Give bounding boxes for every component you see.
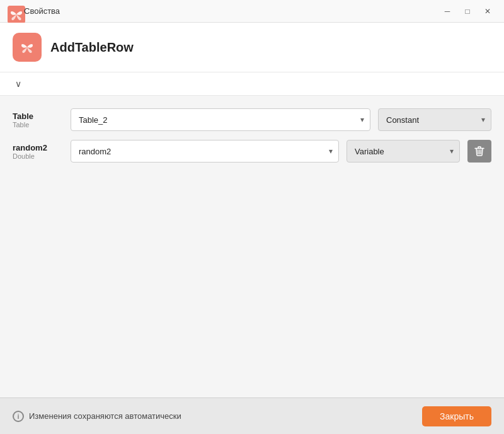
prop-type-0: Table bbox=[13, 121, 63, 128]
close-button[interactable]: Закрыть bbox=[422, 406, 491, 426]
app-header: AddTableRow bbox=[0, 23, 504, 72]
info-icon: i bbox=[13, 411, 24, 422]
minimize-button[interactable]: ─ bbox=[438, 4, 456, 18]
title-bar-controls: ─ □ ✕ bbox=[438, 4, 496, 18]
collapse-area: ∨ bbox=[0, 72, 504, 96]
app-title: AddTableRow bbox=[50, 40, 134, 55]
main-content: TableTableTable_2Table_1Table_3▾Constant… bbox=[0, 96, 504, 397]
value-select-wrapper-0: Table_2Table_1Table_3▾ bbox=[71, 108, 370, 131]
value-select-1[interactable]: random2random1random3 bbox=[71, 140, 339, 163]
maximize-button[interactable]: □ bbox=[459, 4, 476, 18]
prop-name-0: Table bbox=[13, 111, 63, 121]
type-select-wrapper-0: ConstantVariableExpression▾ bbox=[378, 108, 491, 131]
titlebar-logo bbox=[8, 6, 19, 17]
type-select-1[interactable]: VariableConstantExpression bbox=[346, 140, 460, 163]
footer-info-text: Изменения сохраняются автоматически bbox=[29, 411, 181, 421]
type-select-wrapper-1: VariableConstantExpression▾ bbox=[346, 140, 460, 163]
value-select-wrapper-1: random2random1random3▾ bbox=[71, 140, 339, 163]
close-window-button[interactable]: ✕ bbox=[479, 4, 496, 18]
value-select-0[interactable]: Table_2Table_1Table_3 bbox=[71, 108, 370, 131]
prop-name-1: random2 bbox=[13, 143, 63, 152]
type-select-0[interactable]: ConstantVariableExpression bbox=[378, 108, 491, 131]
footer-info: i Изменения сохраняются автоматически bbox=[13, 411, 181, 422]
app-logo bbox=[13, 33, 42, 62]
title-bar-text: Свойства bbox=[24, 6, 438, 16]
title-bar: Свойства ─ □ ✕ bbox=[0, 0, 504, 23]
prop-type-1: Double bbox=[13, 152, 63, 160]
footer: i Изменения сохраняются автоматически За… bbox=[0, 397, 504, 434]
collapse-button[interactable]: ∨ bbox=[13, 77, 24, 90]
property-row-0: TableTableTable_2Table_1Table_3▾Constant… bbox=[13, 108, 491, 131]
delete-button-1[interactable] bbox=[467, 140, 491, 163]
property-row-1: random2Doublerandom2random1random3▾Varia… bbox=[13, 140, 491, 163]
property-label-0: TableTable bbox=[13, 111, 63, 128]
property-label-1: random2Double bbox=[13, 143, 63, 160]
